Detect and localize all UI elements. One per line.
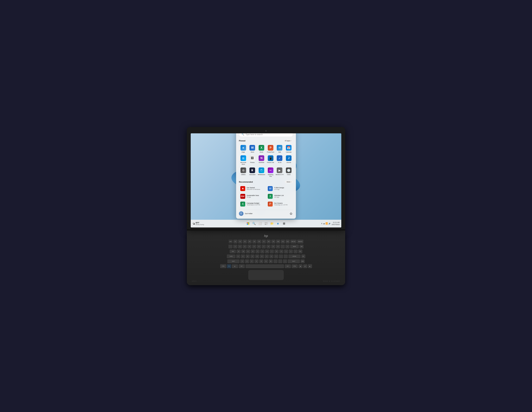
key-f1[interactable]: F1 bbox=[233, 240, 238, 244]
key-u[interactable]: U bbox=[265, 249, 269, 254]
rec-item-oceans[interactable]: P Our Oceans Yesterday at 1:15 PM bbox=[266, 201, 293, 208]
more-button[interactable]: More › bbox=[285, 181, 293, 183]
key-lctrl[interactable]: CTRL bbox=[220, 264, 227, 268]
taskbar-widgets-icon[interactable]: 📰 bbox=[264, 221, 268, 226]
app-movies[interactable]: ▶ Movies & TV bbox=[275, 166, 284, 178]
key-n[interactable]: N bbox=[264, 259, 268, 264]
tray-up-arrow[interactable]: ∧ bbox=[321, 222, 323, 225]
key-f10[interactable]: F10 bbox=[276, 240, 280, 244]
tray-wifi-icon[interactable]: 📶 bbox=[325, 222, 328, 225]
time-date[interactable]: 11:11 AM 10/27/2023 bbox=[332, 221, 340, 226]
app-photos[interactable]: 🖼 Photos bbox=[248, 154, 257, 166]
key-g[interactable]: G bbox=[255, 254, 259, 259]
key-i[interactable]: I bbox=[270, 249, 274, 254]
app-journal[interactable]: J Journal bbox=[284, 154, 293, 166]
key-t[interactable]: T bbox=[256, 249, 260, 254]
key-q[interactable]: Q bbox=[237, 249, 241, 254]
key-f8[interactable]: F8 bbox=[266, 240, 271, 244]
key-rctrl[interactable]: CTRL bbox=[292, 264, 298, 268]
key-4[interactable]: 4 bbox=[247, 245, 252, 249]
key-3[interactable]: 3 bbox=[243, 245, 247, 249]
key-j[interactable]: J bbox=[265, 254, 269, 259]
all-apps-button[interactable]: All apps › bbox=[283, 139, 293, 142]
key-f5[interactable]: F5 bbox=[252, 240, 256, 244]
rec-item-budget[interactable]: X Campaign Budget Yesterday at 4:24 PM bbox=[239, 201, 266, 208]
key-backslash[interactable]: \ bbox=[294, 249, 298, 254]
rec-item-getstarted[interactable]: ★ Get Started Welcome to Windows bbox=[239, 185, 266, 192]
app-calendar[interactable]: 📅 Calendar bbox=[284, 144, 293, 154]
weather-widget[interactable]: 🌤 68°F Mostly Sunny bbox=[192, 222, 204, 225]
app-store[interactable]: ⊞ Microsoft Store bbox=[239, 154, 248, 166]
taskbar-search-icon[interactable]: 🔍 bbox=[252, 221, 256, 226]
user-info[interactable]: G Guri Holter bbox=[239, 211, 253, 216]
rec-item-volunteer[interactable]: X Volunteer List 12h ago bbox=[266, 193, 293, 200]
app-edge[interactable]: e Edge bbox=[239, 144, 248, 154]
app-clock[interactable]: 🕐 Clock bbox=[284, 166, 293, 178]
search-bar[interactable]: 🔍 bbox=[239, 133, 293, 137]
key-end[interactable]: END bbox=[301, 259, 305, 264]
key-slash[interactable]: / bbox=[283, 259, 287, 264]
key-f4[interactable]: F4 bbox=[247, 240, 252, 244]
key-tab[interactable]: TAB bbox=[229, 249, 236, 254]
key-lalt[interactable]: ALT bbox=[238, 264, 245, 268]
key-2[interactable]: 2 bbox=[238, 245, 242, 249]
key-v[interactable]: V bbox=[254, 259, 259, 264]
key-h[interactable]: H bbox=[260, 254, 264, 259]
key-right-arrow[interactable]: ▶ bbox=[308, 264, 312, 268]
key-s[interactable]: S bbox=[241, 254, 245, 259]
key-left-arrow[interactable]: ◀ bbox=[298, 264, 303, 268]
key-m[interactable]: M bbox=[269, 259, 273, 264]
key-semicolon[interactable]: ; bbox=[279, 254, 283, 259]
rec-item-seas[interactable]: PDF Sustainable Seas 2h ago bbox=[239, 193, 266, 200]
key-1[interactable]: 1 bbox=[233, 245, 237, 249]
key-updown-arrows[interactable]: ▲▼ bbox=[303, 264, 307, 268]
key-x[interactable]: X bbox=[245, 259, 249, 264]
key-quote[interactable]: ' bbox=[284, 254, 288, 259]
power-button[interactable]: ⏻ bbox=[289, 211, 293, 216]
key-ralt[interactable]: ALT bbox=[285, 264, 291, 268]
key-e[interactable]: E bbox=[246, 249, 250, 254]
key-esc[interactable]: ESC bbox=[228, 240, 233, 244]
key-o[interactable]: O bbox=[275, 249, 279, 254]
app-excel[interactable]: X Excel bbox=[257, 144, 266, 154]
key-w[interactable]: W bbox=[241, 249, 246, 254]
app-todo[interactable]: ✓ To Do bbox=[275, 154, 284, 166]
app-utilities[interactable]: ⚙ Utilities bbox=[239, 166, 248, 178]
key-f9[interactable]: F9 bbox=[271, 240, 276, 244]
taskbar-task-view-icon[interactable]: ⬜ bbox=[257, 221, 263, 226]
key-fn[interactable]: FN bbox=[227, 264, 231, 268]
app-calculator[interactable]: 🖩 Calculator bbox=[248, 166, 257, 178]
key-minus[interactable]: - bbox=[281, 245, 285, 249]
key-space[interactable] bbox=[246, 264, 284, 268]
key-enter[interactable]: ENTER bbox=[288, 254, 301, 259]
key-backtick[interactable]: ` bbox=[228, 245, 233, 249]
key-f2[interactable]: F2 bbox=[238, 240, 242, 244]
key-a[interactable]: A bbox=[236, 254, 240, 259]
key-pgdn[interactable]: PD bbox=[301, 254, 305, 259]
tray-volume-icon[interactable]: 🔊 bbox=[328, 222, 331, 225]
key-9[interactable]: 9 bbox=[271, 245, 275, 249]
key-equals[interactable]: = bbox=[285, 245, 290, 249]
key-6[interactable]: 6 bbox=[257, 245, 261, 249]
key-p[interactable]: P bbox=[279, 249, 284, 254]
taskbar-store-icon[interactable]: ⊞ bbox=[282, 221, 286, 226]
key-rbracket[interactable]: ] bbox=[289, 249, 293, 254]
key-y[interactable]: Y bbox=[260, 249, 265, 254]
app-phonelink[interactable]: 📱 Phone Link bbox=[266, 154, 275, 166]
search-input[interactable] bbox=[246, 133, 290, 135]
key-f12[interactable]: F12 bbox=[285, 240, 290, 244]
key-lshift[interactable]: SHIFT bbox=[227, 259, 240, 264]
key-prtsc[interactable]: PRT SC bbox=[290, 240, 297, 244]
key-l[interactable]: L bbox=[274, 254, 278, 259]
rec-item-tshirt[interactable]: W T-Shirt Design 17m ago bbox=[266, 185, 293, 192]
taskbar-edge-icon[interactable]: e bbox=[276, 221, 280, 226]
key-c[interactable]: C bbox=[250, 259, 254, 264]
key-lbracket[interactable]: [ bbox=[284, 249, 288, 254]
key-comma[interactable]: , bbox=[273, 259, 278, 264]
key-caps[interactable]: CAPS bbox=[227, 254, 236, 259]
key-period[interactable]: . bbox=[278, 259, 282, 264]
key-8[interactable]: 8 bbox=[266, 245, 271, 249]
app-snipping[interactable]: ✂ Snipping Tool bbox=[266, 166, 275, 178]
touchpad[interactable] bbox=[248, 270, 284, 280]
app-mail[interactable]: ✉ Mail bbox=[275, 144, 284, 154]
